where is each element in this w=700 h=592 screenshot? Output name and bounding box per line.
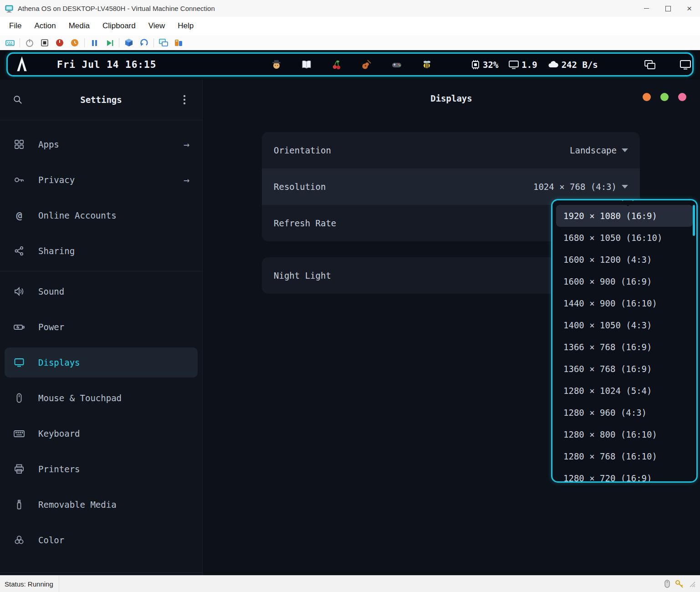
window-dot-minimize[interactable] (643, 93, 651, 101)
turn-off-button[interactable] (39, 37, 50, 48)
minimize-icon (644, 8, 649, 9)
menu-view[interactable]: View (142, 17, 172, 35)
cpu-value: 32% (483, 60, 498, 70)
sidebar-item-keyboard[interactable]: Keyboard (0, 416, 202, 451)
menu-action[interactable]: Action (28, 17, 62, 35)
battery-icon (13, 322, 26, 332)
orientation-row[interactable]: Orientation Landscape (262, 132, 640, 168)
resolution-option[interactable]: 1280 × 800 (16:10) (556, 424, 693, 445)
sidebar-item-privacy[interactable]: Privacy → (0, 162, 202, 198)
windows-stack-icon (644, 59, 656, 70)
tray-bee-icon[interactable] (421, 59, 432, 70)
sidebar-item-label: Printers (38, 464, 80, 474)
play-icon (105, 38, 114, 47)
memory-value: 1.9 (521, 60, 537, 70)
status-text: Status: Running (0, 580, 53, 588)
menu-kebab-button[interactable] (179, 94, 190, 106)
resolution-option[interactable]: 1440 × 900 (16:10) (556, 292, 693, 314)
maximize-button[interactable] (657, 0, 679, 17)
pause-button[interactable] (89, 37, 100, 48)
sidebar-item-removable-media[interactable]: Removable Media (0, 487, 202, 522)
refresh-rate-label: Refresh Rate (274, 218, 336, 228)
resolution-option[interactable]: 1360 × 768 (16:9) (556, 358, 693, 380)
monitor-icon (13, 357, 26, 368)
sidebar-item-printers[interactable]: Printers (0, 451, 202, 487)
menu-media[interactable]: Media (62, 17, 96, 35)
checkpoint-button[interactable] (123, 37, 134, 48)
sidebar-item-displays[interactable]: Displays (5, 347, 198, 378)
resolution-option[interactable]: 1600 × 900 (16:9) (556, 270, 693, 292)
athena-logo[interactable] (15, 56, 29, 74)
tray-detective-icon[interactable] (271, 59, 282, 70)
menu-file[interactable]: File (3, 17, 28, 35)
tray-gamepad-icon[interactable] (391, 59, 402, 70)
chevron-right-icon: → (184, 139, 189, 150)
window-dot-maximize[interactable] (660, 93, 669, 101)
sidebar-item-label: Sharing (38, 246, 75, 256)
mouse-capture-icon (664, 579, 671, 588)
tray-guitar-icon[interactable] (361, 59, 372, 70)
ctrl-alt-del-button[interactable] (5, 37, 15, 48)
close-button[interactable]: × (679, 0, 700, 17)
stop-icon (40, 38, 49, 47)
night-light-label: Night Light (274, 270, 331, 281)
clock: Fri Jul 14 16:15 (57, 59, 156, 70)
pause-icon (90, 38, 99, 47)
resolution-option[interactable]: 1280 × 768 (16:10) (556, 445, 693, 467)
minimize-button[interactable] (636, 0, 657, 17)
sidebar-item-label: Online Accounts (38, 210, 117, 220)
start-button[interactable] (24, 37, 35, 48)
revert-button[interactable] (138, 37, 149, 48)
resolution-option[interactable]: 1280 × 960 (4:3) (556, 402, 693, 424)
menu-clipboard[interactable]: Clipboard (96, 17, 142, 35)
orientation-label: Orientation (274, 145, 331, 155)
mouse-icon (13, 393, 26, 403)
resolution-value[interactable]: 1024 × 768 (4:3) (533, 182, 628, 192)
screen: Athena OS on DESKTOP-LV4580H - Virtual M… (0, 0, 700, 592)
resolution-current: 1024 × 768 (4:3) (533, 182, 617, 192)
at-icon: @ (13, 210, 26, 221)
save-state-button[interactable] (69, 37, 80, 48)
sidebar-item-mouse-touchpad[interactable]: Mouse & Touchpad (0, 380, 202, 416)
window-dot-close[interactable] (678, 93, 686, 101)
resolution-option[interactable]: 1280 × 720 (16:9) (556, 467, 693, 483)
sidebar-item-power[interactable]: Power (0, 309, 202, 345)
dropdown-scrollbar[interactable] (693, 205, 695, 236)
sidebar-item-label: Apps (38, 139, 59, 149)
resolution-option[interactable]: 1600 × 1200 (4:3) (556, 249, 693, 270)
sidebar-item-sound[interactable]: Sound (0, 274, 202, 309)
menu-help[interactable]: Help (171, 17, 200, 35)
window-dot-controls (643, 93, 686, 101)
resolution-option[interactable]: 1920 × 1080 (16:9) (556, 205, 693, 227)
sidebar-header: Settings (0, 80, 202, 120)
sidebar-item-color[interactable]: Color (0, 522, 202, 558)
orientation-value[interactable]: Landscape (570, 145, 628, 155)
sidebar-item-label: Power (38, 322, 64, 332)
display-settings-button[interactable] (680, 54, 691, 75)
sidebar-item-apps[interactable]: Apps → (0, 127, 202, 162)
shut-down-button[interactable] (54, 37, 65, 48)
workspace-switcher-button[interactable] (644, 54, 656, 75)
resolution-option[interactable]: 1280 × 1024 (5:4) (556, 380, 693, 402)
clock-orange-icon (70, 38, 79, 47)
resolution-option[interactable]: 1680 × 1050 (16:10) (556, 227, 693, 249)
sidebar-item-online-accounts[interactable]: @ Online Accounts (0, 198, 202, 233)
tray-book-icon[interactable] (301, 59, 312, 70)
printer-icon (13, 464, 26, 475)
checkpoint-cube-icon (124, 38, 134, 48)
resize-grip-icon[interactable] (688, 580, 695, 587)
resume-button[interactable] (104, 37, 115, 48)
speaker-icon (13, 286, 26, 297)
settings-window: Settings Apps → Privacy → (0, 80, 700, 576)
toolbar-separator (119, 38, 119, 47)
share-device-button[interactable] (173, 37, 184, 48)
enhanced-session-button[interactable] (158, 37, 169, 48)
tray-cherries-icon[interactable] (331, 59, 342, 70)
sidebar-item-sharing[interactable]: Sharing (0, 233, 202, 269)
resolution-option[interactable]: 1366 × 768 (16:9) (556, 336, 693, 358)
toolbar-separator (153, 38, 154, 47)
resolution-option[interactable]: 1400 × 1050 (4:3) (556, 314, 693, 336)
system-stats: 32% 1.9 242 B/s (470, 54, 598, 75)
status-icons (664, 579, 700, 588)
search-button[interactable] (12, 94, 24, 106)
